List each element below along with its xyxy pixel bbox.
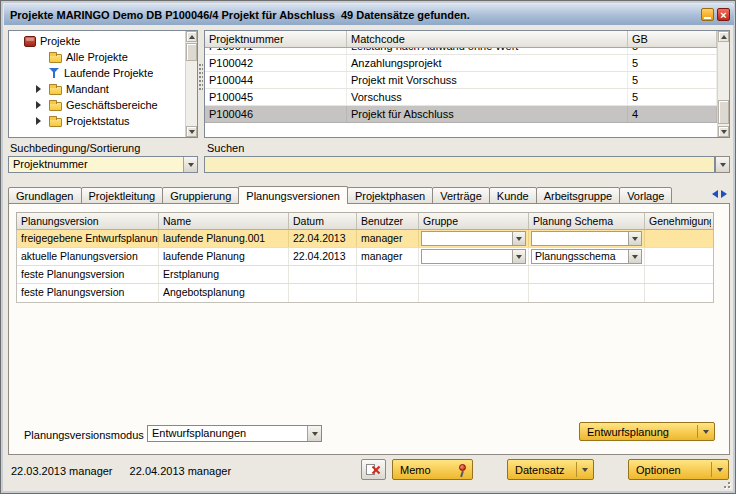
chevron-down-icon <box>720 163 726 167</box>
tree-item-projektstatus[interactable]: Projektstatus <box>9 113 184 129</box>
tab-vertraege[interactable]: Verträge <box>432 187 490 204</box>
chevron-down-icon <box>703 430 709 434</box>
tree-item-projekte[interactable]: Projekte <box>9 33 184 49</box>
result-row[interactable]: P100045 Vorschuss 5 <box>205 89 717 106</box>
tab-arbeitsgruppe[interactable]: Arbeitsgruppe <box>536 187 621 204</box>
cell-planung-schema: Planungsschema <box>529 248 645 265</box>
gruppe-combo[interactable] <box>421 231 526 246</box>
chevron-down-icon <box>312 432 318 436</box>
expand-icon[interactable] <box>36 85 41 93</box>
tab-kunde[interactable]: Kunde <box>489 187 537 204</box>
column-header-projektnummer[interactable]: Projektnummer <box>205 31 347 47</box>
column-header-matchcode[interactable]: Matchcode <box>347 31 628 47</box>
scroll-thumb[interactable] <box>718 100 729 124</box>
tab-scroll-right-icon[interactable] <box>721 190 727 198</box>
tab-planungsversionen[interactable]: Planungsversionen <box>238 186 348 204</box>
cell-matchcode: Projekt für Abschluss <box>347 106 628 122</box>
column-header-gb[interactable]: GB <box>628 31 717 47</box>
column-header-planungsversion[interactable]: Planungsversion <box>17 213 159 229</box>
filter-icon <box>49 68 60 79</box>
scroll-down-button[interactable] <box>718 126 729 137</box>
optionen-button[interactable]: Optionen <box>628 459 729 480</box>
cell-gruppe <box>419 248 529 265</box>
datensatz-button[interactable]: Datensatz <box>507 459 594 480</box>
grid-header: Planungsversion Name Datum Benutzer Grup… <box>16 212 714 230</box>
planung-schema-combo[interactable]: Planungsschema <box>531 249 642 264</box>
cell-name: Angebotsplanung <box>159 284 289 302</box>
scroll-up-icon <box>721 35 727 39</box>
planungsversionsmodus-combo[interactable]: Entwurfsplanungen <box>147 425 322 442</box>
cell-genehmigung <box>645 284 711 302</box>
column-header-planung-schema[interactable]: Planung Schema <box>529 213 645 229</box>
cell-gruppe <box>419 230 529 247</box>
column-header-benutzer[interactable]: Benutzer <box>357 213 419 229</box>
planung-schema-combo[interactable] <box>531 231 642 246</box>
cell-planung-schema <box>529 284 645 302</box>
column-header-name[interactable]: Name <box>159 213 289 229</box>
scroll-up-button[interactable] <box>718 31 729 42</box>
cell-projektnummer: P100041 <box>205 48 347 54</box>
chevron-down-icon <box>188 163 194 167</box>
entwurfsplanung-button[interactable]: Entwurfsplanung <box>579 422 715 441</box>
result-row[interactable]: P100042 Anzahlungsprojekt 5 <box>205 55 717 72</box>
column-header-genehmigung[interactable]: Genehmigung <box>645 213 711 229</box>
scroll-thumb[interactable] <box>186 43 197 61</box>
cell-datum <box>289 266 357 283</box>
planungsversionen-panel: Planungsversion Name Datum Benutzer Grup… <box>8 203 730 455</box>
chevron-down-icon <box>632 237 638 241</box>
close-button[interactable] <box>717 8 730 21</box>
column-header-datum[interactable]: Datum <box>289 213 357 229</box>
grid-row[interactable]: feste Planungsversion Erstplanung <box>17 266 713 284</box>
clear-memo-button[interactable] <box>361 459 386 480</box>
expand-icon[interactable] <box>36 101 41 109</box>
result-row-selected[interactable]: P100046 Projekt für Abschluss 4 <box>205 106 717 123</box>
tab-vorlage[interactable]: Vorlage <box>619 187 672 204</box>
grid-row[interactable]: aktuelle Planungsversion laufende Planun… <box>17 248 713 266</box>
cell-gb: 4 <box>628 106 717 122</box>
cell-gruppe <box>419 284 529 302</box>
cell-genehmigung <box>645 230 711 247</box>
result-row[interactable]: P100041 Leistung nach Aufwand ohne Wert … <box>205 48 717 55</box>
cell-datum <box>289 284 357 302</box>
tree-item-geschaeftsbereiche[interactable]: Geschäftsbereiche <box>9 97 184 113</box>
result-row[interactable]: P100044 Projekt mit Vorschuss 5 <box>205 72 717 89</box>
column-header-gruppe[interactable]: Gruppe <box>419 213 529 229</box>
tab-scroll-left-icon[interactable] <box>712 190 718 198</box>
cell-planung-schema <box>529 266 645 283</box>
sort-field-combo[interactable]: Projektnummer <box>8 156 198 173</box>
dropdown-button[interactable] <box>307 426 321 441</box>
tab-grundlagen[interactable]: Grundlagen <box>8 187 82 204</box>
tab-projektphasen[interactable]: Projektphasen <box>347 187 433 204</box>
title-bar[interactable]: Projekte MARINGO Demo DB P100046/4 Proje… <box>4 4 734 25</box>
cell-planungsversion: aktuelle Planungsversion <box>17 248 159 265</box>
results-vertical-scrollbar[interactable] <box>717 31 729 137</box>
tree-item-laufende-projekte[interactable]: Laufende Projekte <box>9 65 184 81</box>
grid-row[interactable]: feste Planungsversion Angebotsplanung <box>17 284 713 302</box>
dropdown-button[interactable] <box>183 157 197 172</box>
dropdown-button[interactable] <box>512 232 525 245</box>
search-options-button[interactable] <box>715 156 730 173</box>
grid-row-selected[interactable]: freigegebene Entwurfsplanung laufende Pl… <box>17 230 713 248</box>
tab-projektleitung[interactable]: Projektleitung <box>81 187 164 204</box>
tree-vertical-scrollbar[interactable] <box>185 31 197 137</box>
projects-root-icon <box>24 36 36 47</box>
tree-item-mandant[interactable]: Mandant <box>9 81 184 97</box>
tab-gruppierung[interactable]: Gruppierung <box>162 187 239 204</box>
dropdown-button[interactable] <box>628 232 641 245</box>
cell-genehmigung <box>645 266 711 283</box>
memo-button[interactable]: Memo <box>392 459 473 480</box>
expand-icon[interactable] <box>36 117 41 125</box>
tree-item-alle-projekte[interactable]: Alle Projekte <box>9 49 184 65</box>
folder-icon <box>49 86 62 95</box>
search-input[interactable] <box>204 156 715 173</box>
dropdown-button[interactable] <box>512 250 525 263</box>
cell-name: laufende Planung.001 <box>159 230 289 247</box>
scroll-down-button[interactable] <box>186 126 197 137</box>
dropdown-button[interactable] <box>628 250 641 263</box>
resize-grip[interactable] <box>720 478 730 488</box>
scroll-up-button[interactable] <box>186 31 197 42</box>
gruppe-combo[interactable] <box>421 249 526 264</box>
pin-icon <box>457 463 467 477</box>
minimize-button[interactable] <box>701 8 714 21</box>
cell-planungsversion: feste Planungsversion <box>17 284 159 302</box>
